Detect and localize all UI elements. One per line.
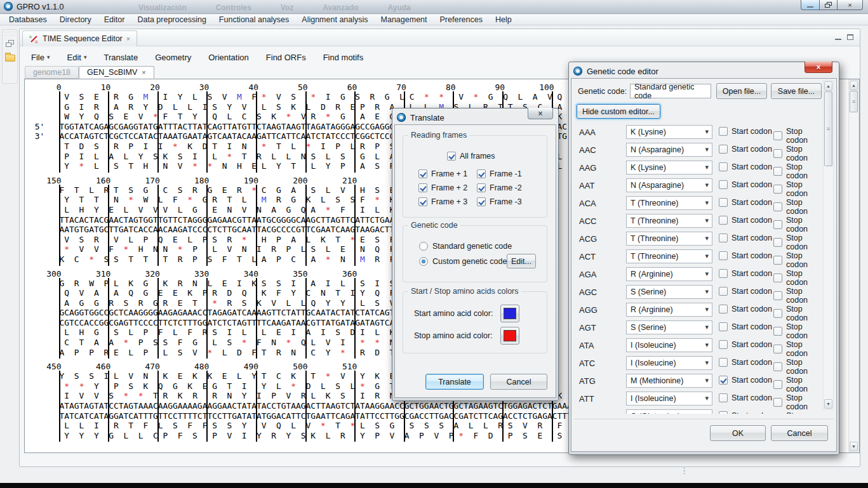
start-codon-checkbox[interactable]: Start codon [719, 180, 772, 189]
menu-item-databases[interactable]: Databases [3, 15, 53, 24]
menu-item-functional-analyses[interactable]: Functional analyses [213, 15, 295, 24]
tab-gen-scbimv[interactable]: GEN_ScBIMV × [79, 66, 154, 79]
tab-time-sequence-editor[interactable]: A G TIME Sequence Editor × [22, 30, 137, 46]
start-codon-checkbox[interactable]: Start codon [719, 287, 772, 296]
menu-item-directory[interactable]: Directory [53, 15, 98, 24]
minimize-button[interactable] [801, 0, 820, 10]
amino-acid-select[interactable]: T (Threonine) [626, 249, 712, 263]
start-codon-checkbox[interactable]: Start codon [719, 340, 772, 349]
amino-acid-select[interactable]: S (Serine) [626, 320, 712, 334]
start-codon-checkbox[interactable]: Start codon [719, 411, 772, 414]
toolbar-item-translate[interactable]: Translate [103, 53, 138, 62]
start-color-swatch[interactable] [500, 305, 519, 322]
menu-item-alignment-analysis[interactable]: Alignment analysis [295, 15, 374, 24]
open-folder-icon[interactable] [5, 55, 15, 62]
scroll-down-icon[interactable]: ▼ [824, 399, 832, 409]
frame-boundary-bar [108, 278, 109, 359]
scroll-up-icon[interactable]: ▲ [824, 81, 832, 91]
tab-genome18[interactable]: genome18 [25, 66, 79, 79]
open-file-button[interactable]: Open file... [716, 83, 767, 99]
genetic-editor-cancel-button[interactable]: Cancel [771, 425, 828, 441]
menu-item-help[interactable]: Help [489, 15, 518, 24]
amino-acid-select[interactable]: R (Arginine) [626, 267, 712, 281]
checkbox-frame-1[interactable]: Frame + 1 [418, 169, 467, 178]
sequence-vertical-scrollbar[interactable]: ▲ ≡ ▼ [848, 79, 859, 452]
codon-list-scrollbar[interactable]: ▲ ≡ ▼ [823, 80, 834, 410]
stop-codon-checkbox[interactable]: Stop codon [773, 411, 822, 414]
splitter-handle[interactable]: ⋮ [680, 467, 688, 474]
start-codon-checkbox[interactable]: Start codon [719, 198, 772, 207]
toolbar-item-edit[interactable]: Edit▾ [67, 53, 86, 62]
restore-windows-icon[interactable] [6, 40, 14, 47]
translate-cancel-button[interactable]: Cancel [490, 374, 547, 390]
amino-acid-select[interactable]: N (Asparagine) [626, 143, 712, 157]
maximize-button[interactable] [820, 0, 838, 10]
translate-button[interactable]: Translate [425, 374, 484, 390]
genetic-editor-close-icon[interactable]: × [805, 62, 832, 73]
toolbar-item-file[interactable]: File▾ [31, 53, 50, 62]
amino-acid-select[interactable]: T (Threonine) [626, 232, 712, 246]
amino-acid-select[interactable]: I (Isoleucine) [626, 356, 712, 370]
amino-acid-select[interactable]: I (Isoleucine) [626, 338, 712, 352]
scroll-up-icon[interactable]: ▲ [850, 81, 858, 90]
menu-item-editor[interactable]: Editor [98, 15, 131, 24]
checkbox-all-frames[interactable]: All frames [447, 152, 495, 161]
scroll-down-icon[interactable]: ▼ [850, 442, 858, 451]
start-codon-checkbox[interactable]: Start codon [719, 376, 772, 385]
save-file-button[interactable]: Save file... [771, 83, 822, 99]
amino-acid-select[interactable]: N (Asparagine) [626, 178, 712, 192]
close-button[interactable]: × [838, 0, 863, 10]
edit-genetic-code-button[interactable]: Edit... [507, 254, 536, 268]
menu-item-data-preprocessing[interactable]: Data preprocessing [131, 15, 212, 24]
toolbar-item-find-orfs[interactable]: Find ORFs [266, 53, 306, 62]
amino-acid-select[interactable]: K (Lysine) [626, 125, 712, 139]
amino-acid-select[interactable]: I (Isoleucine) [626, 392, 712, 406]
checkbox-label: Start codon [731, 322, 772, 331]
start-codon-checkbox[interactable]: Start codon [719, 305, 772, 313]
start-codon-checkbox[interactable]: Start codon [719, 162, 772, 171]
amino-acid-select[interactable]: T (Threonine) [626, 196, 712, 210]
amino-acid-select[interactable]: T (Threonine) [626, 214, 712, 228]
amino-acid-select[interactable]: K (Lysine) [626, 161, 712, 175]
start-codon-checkbox[interactable]: Start codon [719, 251, 772, 260]
checkbox-frame-3[interactable]: Frame + 3 [418, 197, 467, 206]
radio-standard-genetic-code[interactable]: Standard genetic code [419, 242, 512, 251]
genetic-code-field[interactable]: Standard genetic code [630, 84, 711, 98]
start-codon-checkbox[interactable]: Start codon [719, 234, 772, 242]
checkbox-frame-3[interactable]: Frame -3 [477, 197, 522, 206]
view-minimize-icon[interactable] [835, 38, 841, 40]
toolbar-item-geometry[interactable]: Geometry [155, 53, 191, 62]
hide-custom-editor-button[interactable]: Hide custom editor... [577, 104, 660, 119]
start-codon-checkbox[interactable]: Start codon [719, 393, 772, 402]
amino-acid-select[interactable]: M (Methionine) [626, 374, 712, 388]
translate-close-icon[interactable]: × [528, 108, 553, 119]
view-maximize-icon[interactable] [847, 34, 853, 40]
amino-acid-select[interactable]: S (Serine) [626, 285, 712, 299]
start-codon-checkbox[interactable]: Start codon [719, 269, 772, 278]
checkbox-frame-2[interactable]: Frame -2 [477, 183, 522, 192]
scrollbar-thumb[interactable]: ≡ [850, 91, 858, 112]
toolbar-item-orientation[interactable]: Orientation [208, 53, 249, 62]
amino-acid-select[interactable]: R (Arginine) [626, 303, 712, 317]
toolbar-item-find-motifs[interactable]: Find motifs [323, 53, 364, 62]
start-codon-checkbox[interactable]: Start codon [719, 322, 772, 331]
checkbox-frame-1[interactable]: Frame -1 [477, 169, 522, 178]
toolbar-grip[interactable]: ······ [3, 30, 17, 36]
start-codon-checkbox[interactable]: Start codon [719, 216, 772, 225]
menu-item-management[interactable]: Management [375, 15, 434, 24]
radio-custom-genetic-code[interactable]: Custom genetic code [419, 257, 507, 266]
start-codon-checkbox[interactable]: Start codon [719, 358, 772, 367]
menu-item-preferences[interactable]: Preferences [434, 15, 489, 24]
genetic-editor-titlebar[interactable]: Genetic code editor [571, 64, 837, 78]
checkbox-label: Frame + 3 [431, 197, 467, 206]
start-codon-checkbox[interactable]: Start codon [719, 127, 772, 136]
stop-color-swatch[interactable] [500, 327, 519, 345]
view-tab-close-icon[interactable]: × [126, 35, 130, 43]
tab-gen-scbimv-close-icon[interactable]: × [142, 69, 145, 76]
start-codon-checkbox[interactable]: Start codon [719, 145, 772, 154]
amino-acid-select[interactable]: Q (Glutamine) [626, 409, 712, 414]
checkbox-frame-2[interactable]: Frame + 2 [418, 183, 467, 192]
amino-acid-value: K (Lysine) [631, 163, 666, 172]
ok-button[interactable]: OK [710, 425, 766, 441]
scrollbar-thumb[interactable]: ≡ [824, 91, 832, 166]
